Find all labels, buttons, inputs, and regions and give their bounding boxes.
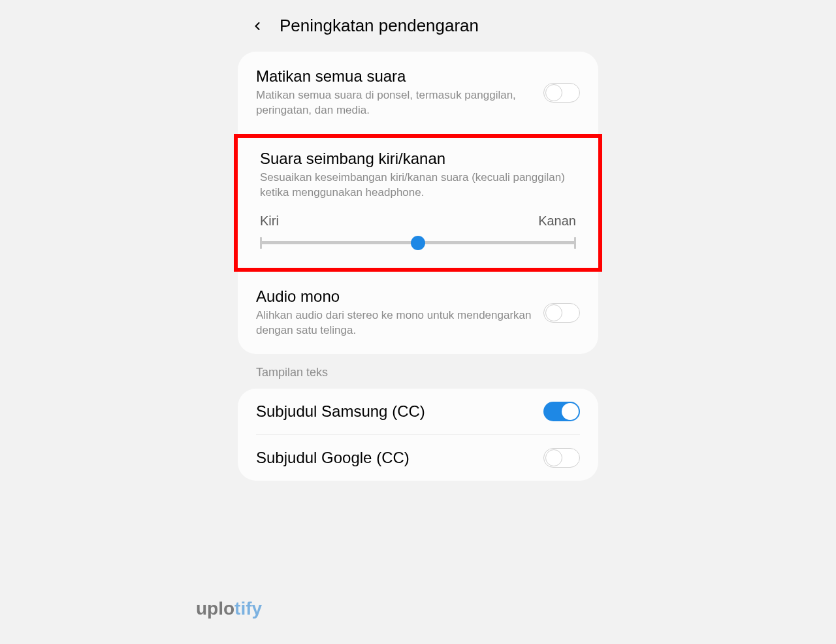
mono-title: Audio mono <box>256 287 533 306</box>
google-subtitle-toggle[interactable] <box>543 448 580 468</box>
mono-desc: Alihkan audio dari stereo ke mono untuk … <box>256 308 533 338</box>
mute-all-title: Matikan semua suara <box>256 67 533 86</box>
google-subtitle-title: Subjudul Google (CC) <box>256 449 410 467</box>
mono-toggle[interactable] <box>543 303 580 323</box>
mute-all-text: Matikan semua suara Matikan semua suara … <box>256 67 543 118</box>
slider-right-label: Kanan <box>538 214 576 229</box>
sound-settings-card: Matikan semua suara Matikan semua suara … <box>238 52 598 354</box>
text-display-card: Subjudul Samsung (CC) Subjudul Google (C… <box>238 389 598 481</box>
balance-section-highlighted: Suara seimbang kiri/kanan Sesuaikan kese… <box>234 134 602 272</box>
google-subtitle-row[interactable]: Subjudul Google (CC) <box>238 435 598 481</box>
watermark-part2: tify <box>234 598 262 619</box>
mute-all-desc: Matikan semua suara di ponsel, termasuk … <box>256 88 533 118</box>
samsung-subtitle-title: Subjudul Samsung (CC) <box>256 402 425 421</box>
samsung-subtitle-row[interactable]: Subjudul Samsung (CC) <box>238 389 598 434</box>
page-title: Peningkatan pendengaran <box>280 16 479 36</box>
back-icon[interactable] <box>248 17 266 35</box>
balance-desc: Sesuaikan keseimbangan kiri/kanan suara … <box>260 170 576 201</box>
slider-tick-right <box>574 237 576 249</box>
watermark: uplotify <box>196 598 262 619</box>
slider-thumb[interactable] <box>411 236 425 250</box>
text-display-section-header: Tampilan teks <box>238 366 598 389</box>
slider-left-label: Kiri <box>260 214 279 229</box>
mono-audio-text: Audio mono Alihkan audio dari stereo ke … <box>256 287 543 338</box>
balance-slider[interactable] <box>260 234 576 252</box>
mono-audio-row[interactable]: Audio mono Alihkan audio dari stereo ke … <box>238 272 598 354</box>
slider-labels: Kiri Kanan <box>260 214 576 229</box>
mute-all-row[interactable]: Matikan semua suara Matikan semua suara … <box>238 52 598 134</box>
balance-title: Suara seimbang kiri/kanan <box>260 150 576 168</box>
mute-all-toggle[interactable] <box>543 83 580 103</box>
page-header: Peningkatan pendengaran <box>238 10 598 52</box>
samsung-subtitle-toggle[interactable] <box>543 402 580 421</box>
watermark-part1: uplo <box>196 598 234 619</box>
